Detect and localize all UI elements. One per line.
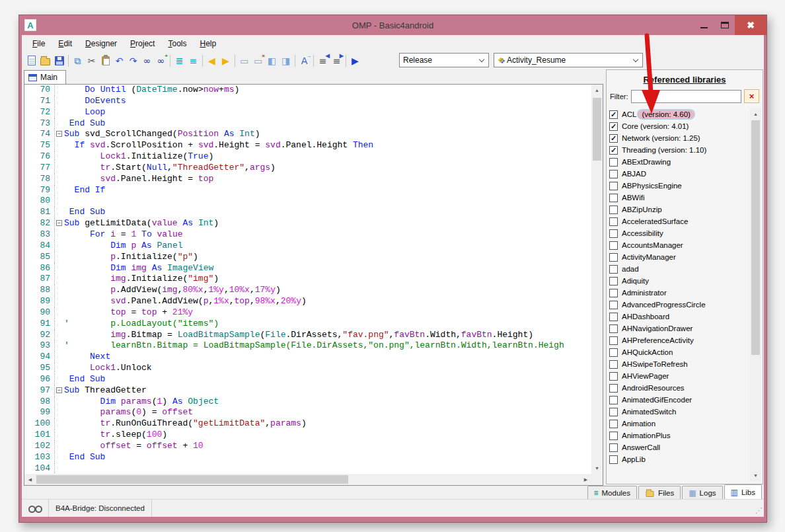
forward-icon[interactable]: ▶ bbox=[219, 54, 233, 67]
checkbox[interactable] bbox=[609, 277, 618, 285]
library-item-abphysicsengine[interactable]: ABPhysicsEngine bbox=[609, 180, 749, 192]
indent-icon[interactable]: ≡▶ bbox=[330, 54, 344, 67]
checkbox[interactable]: ✓ bbox=[609, 122, 618, 131]
collapse-icon[interactable]: − bbox=[56, 220, 62, 226]
tab-main[interactable]: Main bbox=[24, 70, 66, 84]
menu-file[interactable]: File bbox=[26, 36, 52, 51]
menu-designer[interactable]: Designer bbox=[79, 36, 124, 51]
library-item-animation[interactable]: Animation bbox=[609, 418, 749, 430]
library-item-activitymanager[interactable]: ActivityManager bbox=[609, 251, 749, 263]
new-file-icon[interactable] bbox=[24, 54, 38, 67]
prev-bookmark-icon[interactable]: ◧ bbox=[265, 54, 279, 67]
menu-project[interactable]: Project bbox=[124, 36, 161, 51]
outdent-icon[interactable]: ≡◀ bbox=[316, 54, 330, 67]
code-line[interactable]: 73 End Sub bbox=[24, 118, 591, 130]
horizontal-scroll-thumb[interactable] bbox=[36, 475, 348, 484]
code-editor[interactable]: 70 Do Until (DateTime.now>now+ms)71 DoEv… bbox=[24, 84, 603, 486]
code-line[interactable]: 77 tr.Start(Null,"ThreadGetter",args) bbox=[24, 163, 591, 174]
code-line[interactable]: 98 Dim params(1) As Object bbox=[24, 397, 591, 408]
cut-icon[interactable]: ✂ bbox=[85, 54, 98, 67]
code-line[interactable]: 70 Do Until (DateTime.now>now+ms) bbox=[24, 85, 591, 96]
library-item-abjad[interactable]: ABJAD bbox=[609, 168, 749, 180]
code-line[interactable]: 89 svd.Panel.AddView(p,1%x,top,98%x,20%y… bbox=[24, 296, 591, 307]
checkbox[interactable] bbox=[609, 336, 618, 345]
code-line[interactable]: 82−Sub getLimitData(value As Int) bbox=[24, 218, 591, 229]
module-navigation-select[interactable]: ❖ Activity_Resume bbox=[494, 53, 643, 67]
paste-icon[interactable] bbox=[98, 54, 112, 67]
code-line[interactable]: 74−Sub svd_ScrollChanged(Position As Int… bbox=[24, 129, 591, 140]
checkbox[interactable] bbox=[609, 372, 618, 381]
next-bookmark-icon[interactable]: ◨ bbox=[279, 54, 293, 67]
code-line[interactable]: 101 tr.sleep(100) bbox=[24, 430, 591, 441]
menu-edit[interactable]: Edit bbox=[52, 36, 79, 51]
undo-icon[interactable]: ↶ bbox=[112, 54, 126, 67]
code-line[interactable]: 95 Lock1.Unlock bbox=[24, 363, 591, 374]
code-line[interactable]: 80 bbox=[24, 196, 591, 207]
run-icon[interactable]: ▶ bbox=[348, 54, 362, 67]
vertical-scroll-thumb[interactable] bbox=[593, 98, 601, 161]
code-line[interactable]: 99 params(0) = offset bbox=[24, 407, 591, 418]
checkbox[interactable] bbox=[609, 217, 618, 226]
code-line[interactable]: 102 offset = offset + 10 bbox=[24, 441, 591, 452]
scroll-down-icon[interactable]: ▼ bbox=[591, 463, 603, 474]
checkbox[interactable] bbox=[609, 313, 618, 321]
filter-input[interactable] bbox=[631, 90, 742, 103]
resize-grip[interactable]: ⋰ bbox=[755, 506, 762, 515]
checkbox[interactable] bbox=[609, 420, 618, 428]
code-line[interactable]: 76 Lock1.Initialize(True) bbox=[24, 151, 591, 163]
library-item-androidresources[interactable]: AndroidResources bbox=[609, 382, 749, 394]
checkbox[interactable] bbox=[609, 324, 618, 333]
library-item-adad[interactable]: adad bbox=[609, 263, 749, 275]
checkbox[interactable] bbox=[609, 443, 618, 452]
library-item-ahswipetorefresh[interactable]: AHSwipeToRefresh bbox=[609, 358, 749, 370]
find-next-icon[interactable]: ∞+ bbox=[154, 54, 168, 67]
checkbox[interactable] bbox=[609, 408, 618, 416]
library-item-ahviewpager[interactable]: AHViewPager bbox=[609, 370, 749, 382]
library-item-threading[interactable]: ✓Threading(version: 1.10) bbox=[609, 144, 749, 156]
library-item-accountsmanager[interactable]: AccountsManager bbox=[609, 239, 749, 251]
scroll-down-icon[interactable]: ▼ bbox=[750, 470, 761, 481]
code-line[interactable]: 90 top = top + 21%y bbox=[24, 307, 591, 319]
checkbox[interactable] bbox=[609, 194, 618, 202]
checkbox[interactable] bbox=[609, 301, 618, 309]
checkbox[interactable] bbox=[609, 241, 618, 250]
code-line[interactable]: 79 End If bbox=[24, 185, 591, 196]
redo-icon[interactable]: ↷ bbox=[126, 54, 140, 67]
checkbox[interactable] bbox=[609, 170, 618, 178]
code-line[interactable]: 97−Sub ThreadGetter bbox=[24, 385, 591, 397]
scroll-up-icon[interactable]: ▲ bbox=[750, 108, 761, 120]
libraries-scroll-thumb[interactable] bbox=[751, 120, 760, 355]
back-icon[interactable]: ◀ bbox=[205, 54, 219, 67]
code-line[interactable]: 84 Dim p As Panel bbox=[24, 241, 591, 252]
checkbox[interactable] bbox=[609, 289, 618, 297]
library-item-administrator[interactable]: Administrator bbox=[609, 287, 749, 299]
code-line[interactable]: 87 img.Initialize("img") bbox=[24, 274, 591, 285]
titlebar[interactable]: A OMP - Basic4android ✖ bbox=[19, 15, 766, 35]
code-line[interactable]: 81 End Sub bbox=[24, 207, 591, 218]
menu-help[interactable]: Help bbox=[193, 36, 223, 51]
code-line[interactable]: 104 bbox=[24, 463, 591, 474]
code-line[interactable]: 71 DoEvents bbox=[24, 96, 591, 107]
collapse-icon[interactable]: − bbox=[56, 387, 62, 393]
library-item-animatedswitch[interactable]: AnimatedSwitch bbox=[609, 406, 749, 418]
library-item-abextdrawing[interactable]: ABExtDrawing bbox=[609, 156, 749, 168]
rename-icon[interactable]: A→ bbox=[297, 54, 311, 67]
checkbox[interactable] bbox=[609, 158, 618, 167]
code-line[interactable]: 103 End Sub bbox=[24, 452, 591, 463]
checkbox[interactable] bbox=[609, 253, 618, 262]
editor-horizontal-scrollbar[interactable]: ◀ ▶ bbox=[24, 474, 591, 485]
code-line[interactable]: 94 Next bbox=[24, 352, 591, 363]
checkbox[interactable] bbox=[609, 229, 618, 238]
library-item-answercall[interactable]: AnswerCall bbox=[609, 441, 749, 453]
copy-icon[interactable]: ⧉ bbox=[71, 54, 85, 67]
menu-tools[interactable]: Tools bbox=[161, 36, 193, 51]
open-project-icon[interactable] bbox=[38, 54, 52, 67]
library-item-applib[interactable]: AppLib bbox=[609, 453, 749, 465]
library-item-animatedgifencoder[interactable]: AnimatedGifEncoder bbox=[609, 394, 749, 406]
scroll-left-icon[interactable]: ◀ bbox=[24, 474, 36, 485]
uncomment-icon[interactable]: ≡ bbox=[186, 54, 200, 67]
editor-vertical-scrollbar[interactable]: ▲ ▼ bbox=[591, 85, 603, 474]
library-item-acl[interactable]: ✓ACL(version: 4.60) bbox=[609, 108, 749, 120]
tab-files[interactable]: Files bbox=[638, 486, 681, 500]
library-item-animationplus[interactable]: AnimationPlus bbox=[609, 430, 749, 441]
